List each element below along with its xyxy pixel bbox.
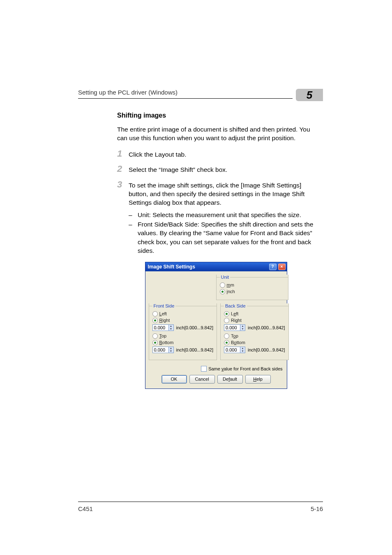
unit-group: Unit mm inch bbox=[216, 275, 288, 300]
cancel-button[interactable]: Cancel bbox=[189, 375, 215, 384]
ok-button[interactable]: OK bbox=[161, 375, 187, 384]
step-3: 3 To set the image shift settings, click… bbox=[129, 180, 314, 256]
dash-icon: – bbox=[129, 220, 138, 255]
back-horiz-input[interactable] bbox=[224, 324, 240, 331]
back-legend: Back Side bbox=[224, 303, 247, 308]
radio-icon bbox=[224, 311, 229, 317]
step-number: 2 bbox=[117, 164, 129, 174]
running-title: Setting up the PCL driver (Windows) bbox=[78, 89, 293, 96]
back-bottom-radio[interactable]: Bottom bbox=[224, 340, 285, 345]
front-legend: Front Side bbox=[152, 303, 176, 308]
sub-item-text: Unit: Selects the measurement unit that … bbox=[138, 210, 301, 219]
dialog-help-icon[interactable]: ? bbox=[269, 264, 277, 270]
back-left-radio[interactable]: Left bbox=[224, 311, 285, 317]
back-top-radio[interactable]: Top bbox=[224, 333, 285, 339]
radio-icon bbox=[224, 318, 229, 323]
back-vert-input[interactable] bbox=[224, 347, 240, 353]
front-horiz-range: inch[0.000...9.842] bbox=[176, 325, 214, 330]
radio-icon bbox=[224, 340, 229, 345]
default-button[interactable]: Default bbox=[217, 375, 243, 384]
step-1: 1 Click the Layout tab. bbox=[129, 149, 314, 159]
front-vert-spinner[interactable]: ▲▼ inch[0.000...9.842] bbox=[152, 347, 214, 353]
front-left-radio[interactable]: Left bbox=[152, 311, 214, 317]
radio-icon bbox=[152, 318, 158, 323]
spinner-buttons-icon[interactable]: ▲▼ bbox=[169, 347, 174, 353]
header-rule bbox=[78, 98, 293, 99]
front-side-group: Front Side Left Right ▲▼ bbox=[149, 303, 217, 360]
unit-mm-radio[interactable]: mm bbox=[220, 282, 285, 288]
step-list: 1 Click the Layout tab. 2 Select the “Im… bbox=[117, 149, 314, 256]
unit-legend: Unit bbox=[220, 275, 231, 280]
same-value-label: Same value for Front and Back sides bbox=[208, 366, 282, 371]
radio-icon bbox=[152, 311, 158, 317]
sub-item-sides: – Front Side/Back Side: Specifies the sh… bbox=[129, 220, 314, 255]
back-horiz-range: inch[0.000...9.842] bbox=[248, 325, 285, 330]
step-3-body: To set the image shift settings, click t… bbox=[129, 182, 304, 206]
step-text: Select the “Image Shift” check box. bbox=[129, 164, 314, 174]
front-vert-input[interactable] bbox=[152, 347, 169, 353]
front-horiz-spinner[interactable]: ▲▼ inch[0.000...9.842] bbox=[152, 324, 214, 331]
step-number: 1 bbox=[117, 149, 129, 159]
spinner-buttons-icon[interactable]: ▲▼ bbox=[240, 324, 245, 331]
chapter-chip: 5 bbox=[296, 89, 323, 101]
help-button[interactable]: Help bbox=[245, 375, 271, 384]
sub-item-text: Front Side/Back Side: Specifies the shif… bbox=[138, 220, 314, 255]
front-bottom-radio[interactable]: Bottom bbox=[152, 340, 214, 345]
intro-paragraph: The entire print image of a document is … bbox=[117, 125, 314, 143]
back-horiz-spinner[interactable]: ▲▼ inch[0.000...9.842] bbox=[224, 324, 285, 331]
step-text: Click the Layout tab. bbox=[129, 149, 314, 159]
back-vert-range: inch[0.000...9.842] bbox=[248, 347, 285, 352]
page-footer: C451 5-16 bbox=[78, 502, 323, 512]
step-3-sublist: – Unit: Selects the measurement unit tha… bbox=[129, 210, 314, 255]
dialog-close-icon[interactable]: × bbox=[278, 264, 286, 270]
page-header: Setting up the PCL driver (Windows) 5 bbox=[0, 0, 392, 99]
step-text: To set the image shift settings, click t… bbox=[129, 180, 314, 256]
radio-icon bbox=[220, 282, 225, 288]
radio-icon bbox=[152, 340, 158, 345]
footer-right: 5-16 bbox=[311, 505, 323, 512]
back-right-radio[interactable]: Right bbox=[224, 318, 285, 323]
spinner-buttons-icon[interactable]: ▲▼ bbox=[169, 324, 174, 331]
step-2: 2 Select the “Image Shift” check box. bbox=[129, 164, 314, 174]
radio-icon bbox=[224, 333, 229, 339]
step-number: 3 bbox=[117, 180, 129, 256]
same-value-checkbox[interactable]: Same value for Front and Back sides bbox=[149, 366, 283, 372]
spinner-buttons-icon[interactable]: ▲▼ bbox=[240, 347, 245, 353]
back-vert-spinner[interactable]: ▲▼ inch[0.000...9.842] bbox=[224, 347, 285, 353]
dialog-titlebar: Image Shift Settings ? × bbox=[145, 262, 287, 271]
front-right-radio[interactable]: Right bbox=[152, 318, 214, 323]
chapter-number: 5 bbox=[307, 89, 312, 102]
section-heading: Shifting images bbox=[117, 112, 314, 119]
dash-icon: – bbox=[129, 210, 138, 219]
image-shift-settings-dialog: Image Shift Settings ? × Unit mm bbox=[145, 262, 286, 389]
sub-item-unit: – Unit: Selects the measurement unit tha… bbox=[129, 210, 314, 219]
body-content: Shifting images The entire print image o… bbox=[117, 112, 314, 389]
unit-inch-radio[interactable]: inch bbox=[220, 289, 285, 294]
front-horiz-input[interactable] bbox=[152, 324, 169, 331]
radio-icon bbox=[152, 333, 158, 339]
dialog-title: Image Shift Settings bbox=[148, 264, 195, 270]
dialog-button-row: OK Cancel Default Help bbox=[149, 375, 284, 384]
radio-icon bbox=[220, 289, 225, 294]
front-top-radio[interactable]: Top bbox=[152, 333, 214, 339]
checkbox-icon bbox=[201, 366, 207, 372]
front-vert-range: inch[0.000...9.842] bbox=[176, 347, 214, 352]
footer-left: C451 bbox=[78, 505, 93, 512]
back-side-group: Back Side Left Right ▲▼ bbox=[220, 303, 289, 360]
